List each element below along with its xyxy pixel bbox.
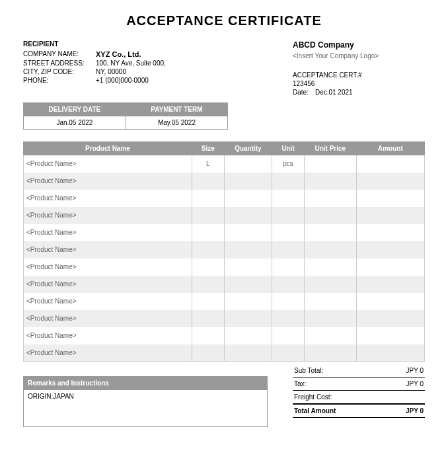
- remarks-header: Remarks and Instructions: [23, 376, 268, 390]
- subtotal-label: Sub Total:: [294, 367, 323, 374]
- street-address-label: STREET ADDRESS:: [23, 60, 96, 67]
- cell-size: [192, 190, 224, 207]
- cell-unit: [272, 190, 305, 207]
- cell-name: <Product Name>: [24, 190, 192, 207]
- cell-name: <Product Name>: [24, 241, 192, 258]
- cell-unit_price: [304, 224, 356, 241]
- remarks-block: Remarks and Instructions ORIGIN:JAPAN: [23, 376, 268, 427]
- date-label: Date:: [293, 89, 309, 96]
- cell-quantity: [224, 258, 272, 276]
- cell-unit: pcs: [272, 155, 305, 173]
- company-block: ABCD Company <Insert Your Company Logo> …: [293, 40, 425, 96]
- cell-name: <Product Name>: [24, 276, 192, 293]
- cell-quantity: [224, 293, 272, 310]
- cell-unit_price: [304, 173, 356, 190]
- table-row: <Product Name>: [24, 173, 425, 190]
- issuer-company-name: ABCD Company: [293, 40, 425, 50]
- tax-value: JPY 0: [406, 380, 424, 387]
- cert-number-value: 123456: [293, 80, 425, 87]
- cell-unit_price: [304, 327, 356, 344]
- delivery-table: DELIVERY DATE PAYMENT TERM Jan.05 2022 M…: [23, 102, 228, 130]
- cell-quantity: [224, 327, 272, 344]
- delivery-date-header: DELIVERY DATE: [24, 103, 126, 116]
- size-header: Size: [192, 142, 224, 155]
- total-amount-label: Total Amount: [294, 407, 336, 415]
- cell-unit_price: [304, 293, 356, 310]
- cell-amount: [356, 344, 424, 362]
- logo-placeholder: <Insert Your Company Logo>: [293, 52, 425, 60]
- cell-amount: [356, 190, 424, 207]
- table-row: <Product Name>: [24, 276, 425, 293]
- street-address-value: 100, NY Ave, Suite 000,: [96, 60, 166, 67]
- city-zip-value: NY, 00000: [96, 68, 126, 75]
- cell-unit_price: [304, 344, 356, 362]
- cell-name: <Product Name>: [24, 293, 192, 310]
- cell-unit_price: [304, 155, 356, 173]
- cell-name: <Product Name>: [24, 207, 192, 224]
- company-name-value: XYZ Co., Ltd.: [96, 50, 141, 58]
- table-row: <Product Name>: [24, 241, 425, 258]
- cell-amount: [356, 327, 424, 344]
- cell-amount: [356, 207, 424, 224]
- amount-header: Amount: [356, 142, 424, 155]
- payment-term-value: May.05 2022: [126, 116, 227, 130]
- cell-unit: [272, 310, 305, 327]
- cell-quantity: [224, 224, 272, 241]
- table-row: <Product Name>: [24, 293, 425, 310]
- cell-unit_price: [304, 276, 356, 293]
- cell-amount: [356, 276, 424, 293]
- cell-unit: [272, 276, 305, 293]
- cell-size: [192, 173, 224, 190]
- cell-quantity: [224, 344, 272, 362]
- page-title: ACCEPTANCE CERTIFICATE: [23, 13, 425, 28]
- phone-value: +1 (000)000-0000: [96, 77, 149, 84]
- cell-amount: [356, 310, 424, 327]
- payment-term-header: PAYMENT TERM: [126, 103, 227, 116]
- table-row: <Product Name>: [24, 258, 425, 276]
- cell-name: <Product Name>: [24, 327, 192, 344]
- cell-name: <Product Name>: [24, 310, 192, 327]
- cell-quantity: [224, 207, 272, 224]
- date-value: Dec.01 2021: [315, 89, 353, 96]
- cell-unit_price: [304, 310, 356, 327]
- table-row: <Product Name>: [24, 224, 425, 241]
- cell-unit: [272, 327, 305, 344]
- city-zip-label: CITY, ZIP CODE:: [23, 68, 96, 75]
- cell-unit: [272, 241, 305, 258]
- subtotal-value: JPY 0: [406, 367, 424, 374]
- cell-amount: [356, 224, 424, 241]
- total-amount-value: JPY 0: [406, 407, 424, 415]
- cell-amount: [356, 258, 424, 276]
- cell-amount: [356, 155, 424, 173]
- cell-size: [192, 310, 224, 327]
- cell-size: [192, 276, 224, 293]
- cell-unit: [272, 173, 305, 190]
- cell-unit_price: [304, 258, 356, 276]
- cell-size: [192, 224, 224, 241]
- cell-amount: [356, 293, 424, 310]
- cell-amount: [356, 173, 424, 190]
- freight-label: Freight Cost:: [294, 393, 332, 401]
- cell-size: [192, 207, 224, 224]
- unit-header: Unit: [272, 142, 305, 155]
- unit-price-header: Unit Price: [304, 142, 356, 155]
- cell-unit: [272, 344, 305, 362]
- cell-unit_price: [304, 190, 356, 207]
- cell-name: <Product Name>: [24, 173, 192, 190]
- table-row: <Product Name>: [24, 310, 425, 327]
- cell-unit: [272, 207, 305, 224]
- cell-unit_price: [304, 207, 356, 224]
- cell-unit_price: [304, 241, 356, 258]
- cell-unit: [272, 258, 305, 276]
- table-row: <Product Name>: [24, 207, 425, 224]
- cell-size: L: [192, 155, 224, 173]
- delivery-date-value: Jan.05 2022: [24, 116, 126, 130]
- cell-size: [192, 344, 224, 362]
- recipient-block: RECIPIENT COMPANY NAME: XYZ Co., Ltd. ST…: [23, 40, 235, 96]
- cell-size: [192, 327, 224, 344]
- cell-quantity: [224, 190, 272, 207]
- cell-quantity: [224, 155, 272, 173]
- remarks-content: ORIGIN:JAPAN: [23, 390, 268, 427]
- cell-unit: [272, 293, 305, 310]
- cell-size: [192, 241, 224, 258]
